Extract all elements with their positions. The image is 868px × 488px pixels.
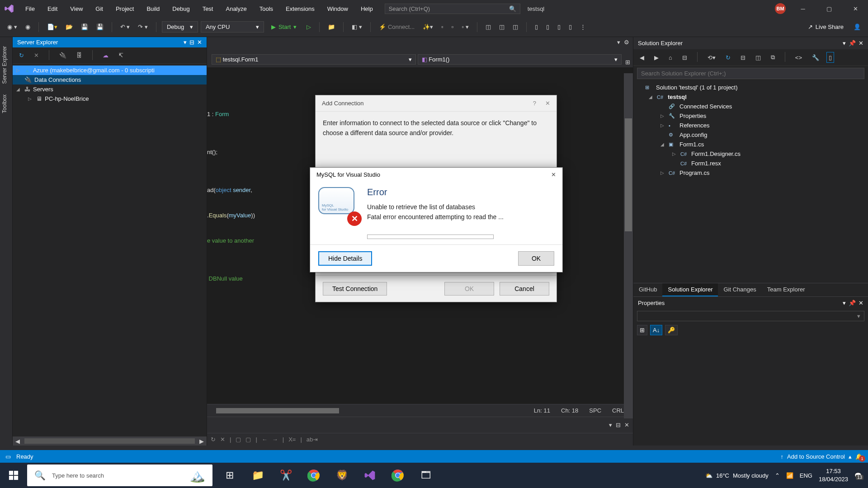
taskbar-explorer-icon[interactable]: 📁 [244, 465, 271, 486]
tray-notification-icon[interactable]: 💬13 [854, 472, 862, 479]
find-icon-1[interactable]: ↻ [211, 436, 216, 443]
right-tab-git-changes[interactable]: Git Changes [718, 283, 761, 296]
editor-v-scrollbar[interactable] [624, 73, 633, 418]
menu-project[interactable]: Project [109, 3, 140, 15]
taskbar-weather[interactable]: ⛅ 16°C Mostly cloudy [705, 472, 769, 479]
find-icon-8[interactable]: ab⇥ [307, 436, 318, 443]
error-dialog-close-icon[interactable]: ✕ [551, 171, 556, 178]
sol-view-icon[interactable]: ▯ [826, 52, 834, 63]
sol-fwd-icon[interactable]: ▶ [651, 52, 661, 63]
right-tab-github[interactable]: GitHub [633, 283, 662, 296]
connect-db-icon[interactable]: 🔌 [57, 50, 69, 61]
minimize-button[interactable]: ─ [794, 2, 812, 15]
redo-button[interactable]: ↷ ▾ [135, 22, 151, 32]
solution-tree-item[interactable]: C#Form1.resx [633, 159, 868, 168]
task-view-icon[interactable]: ⊞ [216, 465, 243, 486]
liveshare-button[interactable]: ↗ Live Share [803, 22, 848, 32]
panel-close-icon[interactable]: ✕ [197, 39, 202, 46]
sol-code-icon[interactable]: <> [793, 52, 805, 63]
sol-dropdown-icon[interactable]: ▾ [843, 40, 846, 47]
output-icon[interactable]: ▭ [5, 453, 11, 460]
solution-search-input[interactable] [637, 68, 864, 79]
find-icon-5[interactable]: ← [262, 436, 268, 443]
add-conn-cancel-button[interactable]: Cancel [500, 282, 549, 296]
open-button[interactable]: 📂 [63, 22, 75, 32]
menu-edit[interactable]: Edit [41, 3, 64, 15]
menu-git[interactable]: Git [89, 3, 109, 15]
prop-events-button[interactable]: 🔑 [665, 325, 678, 335]
test-connection-button[interactable]: Test Connection [323, 282, 387, 296]
server-tree-item[interactable]: ▷▲Azure (makebelbrice@gmail.com - 0 subs… [13, 66, 207, 75]
account-icon[interactable]: 👤 [851, 22, 863, 32]
panel-pin-icon[interactable]: ⊟ [189, 39, 194, 46]
tray-wifi-icon[interactable]: 📶 [786, 472, 793, 479]
panel-dropdown-icon[interactable]: ▾ [184, 39, 187, 46]
server-h-scrollbar[interactable]: ◀ ▶ [13, 436, 207, 446]
sol-showall-icon[interactable]: ◫ [753, 52, 764, 63]
solution-tree-item[interactable]: ▷🔧Properties [633, 111, 868, 121]
solution-tree-item[interactable]: ▷•References [633, 121, 868, 130]
solution-tree-item[interactable]: 🔗Connected Services [633, 102, 868, 111]
menu-build[interactable]: Build [140, 3, 166, 15]
prop-dropdown-icon[interactable]: ▾ [843, 300, 846, 306]
tb-icon-a[interactable]: ✨▾ [420, 22, 436, 32]
tb-icon-e[interactable]: ◫ [483, 22, 494, 32]
server-icon[interactable]: ↸ [116, 50, 126, 61]
split-editor-icon[interactable]: ⊞ [623, 57, 633, 67]
tb-icon-c[interactable]: ▫ [449, 22, 457, 32]
taskbar-search-input[interactable]: 🔍 Type here to search 🏔️ [27, 465, 212, 486]
solution-tree-item[interactable]: ▷C#Form1.Designer.cs [633, 149, 868, 159]
add-conn-ok-button[interactable]: OK [444, 282, 494, 296]
sol-home-icon[interactable]: ⌂ [666, 52, 675, 63]
save-button[interactable]: 💾 [78, 22, 91, 32]
global-search-input[interactable]: Search (Ctrl+Q) 🔍 [385, 4, 520, 14]
add-source-control[interactable]: Add to Source Control [787, 453, 845, 460]
taskbar-brave-icon[interactable]: 🦁 [328, 465, 355, 486]
tab-toolbox[interactable]: Toolbox [0, 89, 9, 118]
refresh-icon[interactable]: ↻ [16, 50, 27, 61]
sol-close-icon[interactable]: ✕ [859, 40, 863, 47]
solution-tree-item[interactable]: ⚙App.config [633, 130, 868, 140]
start-nobreak-button[interactable]: ▷ [304, 22, 314, 32]
tab-server-explorer[interactable]: Server Explorer [0, 41, 9, 89]
find-icon-6[interactable]: → [272, 436, 278, 443]
solution-tree-item[interactable]: ◢▣Form1.cs [633, 140, 868, 149]
server-tree-item[interactable]: ▷🖥PC-hp-NoelBrice [13, 94, 207, 103]
prop-close-icon[interactable]: ✕ [859, 300, 863, 306]
stop-icon[interactable]: ✕ [31, 50, 42, 61]
tb-icon-h[interactable]: ▯ [532, 22, 541, 32]
taskbar-clock[interactable]: 17:53 18/04/2023 [819, 467, 848, 483]
find-icon-2[interactable]: ✕ [220, 436, 225, 443]
sol-switch-icon[interactable]: ⊟ [679, 52, 690, 63]
close-button[interactable]: ✕ [846, 2, 864, 15]
tb-icon-b[interactable]: ▫ [439, 22, 446, 32]
strip-close-icon[interactable]: ✕ [624, 422, 629, 428]
error-ok-button[interactable]: OK [518, 251, 554, 266]
start-debug-button[interactable]: ▶ Start ▾ [267, 22, 301, 32]
hide-details-button[interactable]: Hide Details [318, 251, 372, 266]
nav-fwd-button[interactable]: ◉ [23, 22, 33, 32]
menu-view[interactable]: View [64, 3, 89, 15]
menu-window[interactable]: Window [321, 3, 354, 15]
start-button[interactable] [0, 463, 27, 488]
sol-prop-icon[interactable]: 🔧 [809, 52, 822, 63]
taskbar-app-icon[interactable]: 🗔 [412, 465, 439, 486]
tb-icon-j[interactable]: ▯ [555, 22, 563, 32]
source-control-chevron[interactable]: ▴ [849, 453, 852, 460]
platform-dropdown[interactable]: Any CPU▾ [201, 21, 264, 33]
find-icon-7[interactable]: X= [288, 436, 296, 443]
menu-tools[interactable]: Tools [253, 3, 279, 15]
sol-copy-icon[interactable]: ⧉ [768, 52, 778, 63]
menu-analyze[interactable]: Analyze [219, 3, 253, 15]
save-all-button[interactable]: 💾 [94, 22, 106, 32]
menu-extensions[interactable]: Extensions [279, 3, 321, 15]
right-tab-team-explorer[interactable]: Team Explorer [762, 283, 811, 296]
server-tree-item[interactable]: 🔌Data Connections [13, 75, 207, 84]
sol-refresh-icon[interactable]: ↻ [723, 52, 733, 63]
azure-icon[interactable]: ☁ [100, 50, 111, 61]
notification-bell-icon[interactable]: 🔔1 [855, 453, 863, 460]
new-project-button[interactable]: 📄▾ [44, 22, 60, 32]
tb-icon-g[interactable]: ◫ [510, 22, 521, 32]
live-unit-button[interactable]: ◧ ▾ [349, 22, 365, 32]
strip-dropdown-icon[interactable]: ▾ [609, 422, 612, 428]
